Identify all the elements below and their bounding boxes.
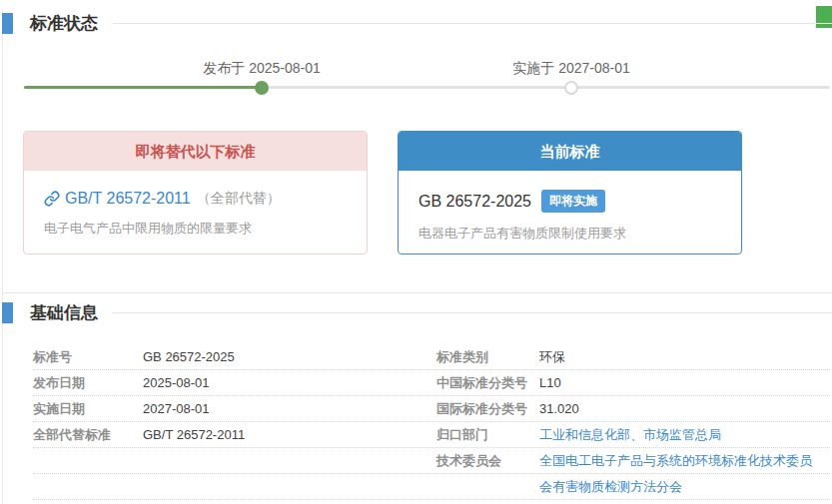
status-section-title: 标准状态 — [30, 12, 98, 35]
replaced-standard-name: 电子电气产品中限用物质的限量要求 — [44, 220, 347, 238]
section-rule — [113, 312, 832, 313]
current-card-header: 当前标准 — [399, 132, 741, 171]
field-value: L10 — [539, 375, 561, 390]
status-section-header: 标准状态 — [2, 12, 832, 35]
technical-committee-link[interactable]: 全国电工电子产品与系统的环境标准化技术委员 — [539, 452, 812, 470]
field-label: 发布日期 — [33, 374, 143, 392]
field-label: 技术委员会 — [436, 452, 539, 470]
field-value: 2025-08-01 — [143, 375, 210, 390]
table-row: 技术委员会 全国电工电子产品与系统的环境标准化技术委员 — [33, 448, 830, 474]
section-accent-bar — [2, 302, 13, 323]
page-left-border — [2, 10, 3, 504]
basic-section-title: 基础信息 — [30, 301, 98, 324]
section-accent-bar — [2, 13, 13, 34]
table-row: 标准号 GB 26572-2025 标准类别 环保 — [33, 344, 830, 370]
timeline-implemented-label: 实施于 2027-08-01 — [512, 60, 630, 78]
field-label: 中国标准分类号 — [436, 374, 539, 392]
field-value: 环保 — [539, 348, 565, 366]
table-row: 发布日期 2025-08-01 中国标准分类号 L10 — [33, 370, 830, 396]
technical-committee-link[interactable]: 会有害物质检测方法分会 — [539, 478, 682, 496]
timeline-dot-implemented — [564, 81, 578, 95]
section-divider — [2, 292, 832, 293]
replaced-card-header: 即将替代以下标准 — [24, 132, 367, 171]
replaced-standard-link[interactable]: GB/T 26572-2011 — [44, 190, 191, 208]
current-standard-name: 电器电子产品有害物质限制使用要求 — [418, 225, 721, 243]
table-row: 会有害物质检测方法分会 — [33, 474, 830, 500]
field-value: 31.020 — [539, 401, 579, 416]
field-label: 标准号 — [33, 348, 143, 366]
basic-info-table: 标准号 GB 26572-2025 标准类别 环保 发布日期 2025-08-0… — [33, 344, 830, 500]
replaced-standard-card: 即将替代以下标准 GB/T 26572-2011 （全部代替） 电子电气产品中限… — [23, 131, 368, 254]
table-row: 全部代替标准 GB/T 26572-2011 归口部门 工业和信息化部、市场监管… — [33, 422, 830, 448]
timeline-dot-published — [255, 81, 269, 95]
field-value: 2027-08-01 — [143, 401, 210, 416]
timeline-track-completed — [24, 86, 262, 89]
current-standard-number: GB 26572-2025 — [418, 193, 531, 211]
field-value: GB/T 26572-2011 — [143, 427, 245, 442]
field-value: GB 26572-2025 — [143, 349, 235, 364]
department-link[interactable]: 工业和信息化部、市场监管总局 — [539, 426, 721, 444]
section-rule — [113, 23, 832, 24]
field-label: 标准类别 — [436, 348, 539, 366]
field-label: 全部代替标准 — [33, 426, 143, 444]
replace-note: （全部代替） — [197, 190, 281, 208]
field-label: 国际标准分类号 — [436, 400, 539, 418]
field-label: 归口部门 — [436, 426, 539, 444]
current-standard-card: 当前标准 GB 26572-2025 即将实施 电器电子产品有害物质限制使用要求 — [398, 131, 742, 254]
basic-section-header: 基础信息 — [2, 301, 832, 324]
table-row: 实施日期 2027-08-01 国际标准分类号 31.020 — [33, 396, 830, 422]
status-badge: 即将实施 — [541, 190, 605, 213]
link-icon — [44, 191, 60, 207]
timeline-published-label: 发布于 2025-08-01 — [203, 60, 321, 78]
replaced-standard-number: GB/T 26572-2011 — [65, 190, 191, 208]
field-label: 实施日期 — [33, 400, 143, 418]
